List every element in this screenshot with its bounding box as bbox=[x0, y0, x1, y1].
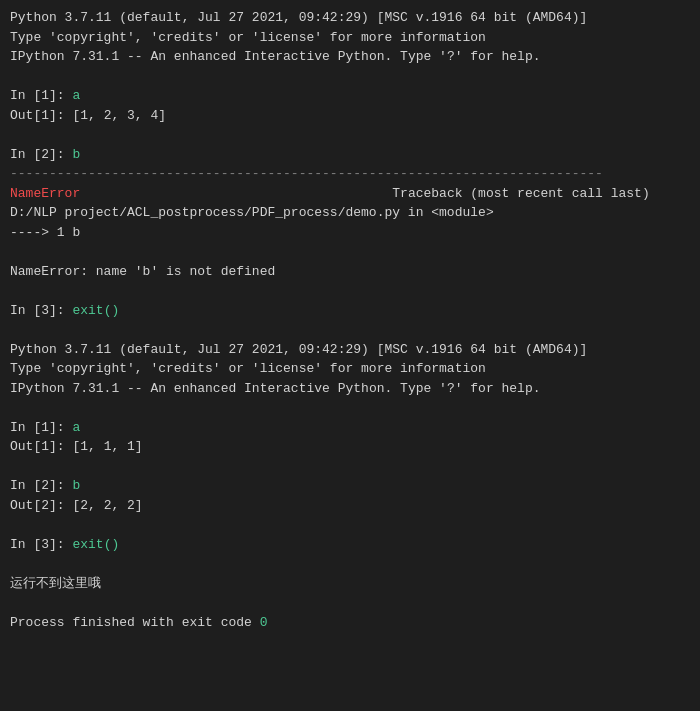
session1-header3: IPython 7.31.1 -- An enhanced Interactiv… bbox=[10, 47, 690, 67]
session2-header2: Type 'copyright', 'credits' or 'license'… bbox=[10, 359, 690, 379]
session2-out2: Out[2]: [2, 2, 2] bbox=[10, 496, 690, 516]
session2-header1: Python 3.7.11 (default, Jul 27 2021, 09:… bbox=[10, 340, 690, 360]
session2-in1: In [1]: a bbox=[10, 418, 690, 438]
session2-out2-value: [2, 2, 2] bbox=[72, 498, 142, 513]
terminal-output: Python 3.7.11 (default, Jul 27 2021, 09:… bbox=[10, 8, 690, 632]
session2-in1-input: a bbox=[72, 420, 80, 435]
session1-in2-input: b bbox=[72, 147, 80, 162]
session1-error-path: D:/NLP project/ACL_postprocess/PDF_proce… bbox=[10, 203, 690, 223]
footer-process: Process finished with exit code 0 bbox=[10, 613, 690, 633]
session2-in2: In [2]: b bbox=[10, 476, 690, 496]
session1-out1-prompt: Out[1]: bbox=[10, 108, 72, 123]
session2-in1-prompt: In [1]: bbox=[10, 420, 72, 435]
session2-out1-prompt: Out[1]: bbox=[10, 439, 72, 454]
session1-in1-prompt: In [1]: bbox=[10, 88, 72, 103]
session1-in2: In [2]: b bbox=[10, 145, 690, 165]
session1-error-arrow: ----> 1 b bbox=[10, 223, 690, 243]
session2-in2-input: b bbox=[72, 478, 80, 493]
session1-in1-input: a bbox=[72, 88, 80, 103]
session1-separator: ----------------------------------------… bbox=[10, 164, 690, 184]
session1-header2: Type 'copyright', 'credits' or 'license'… bbox=[10, 28, 690, 48]
session2-in3-prompt: In [3]: bbox=[10, 537, 72, 552]
session2-in3-input: exit() bbox=[72, 537, 119, 552]
session1-out1-value: [1, 2, 3, 4] bbox=[72, 108, 166, 123]
session1-in2-prompt: In [2]: bbox=[10, 147, 72, 162]
footer-exit-code: 0 bbox=[260, 615, 268, 630]
session2-in2-prompt: In [2]: bbox=[10, 478, 72, 493]
footer-process-label: Process finished with exit code bbox=[10, 615, 260, 630]
session1-error-header: NameError Traceback (most recent call la… bbox=[10, 184, 690, 204]
session1-in3: In [3]: exit() bbox=[10, 301, 690, 321]
session2-out2-prompt: Out[2]: bbox=[10, 498, 72, 513]
footer-chinese: 运行不到这里哦 bbox=[10, 574, 690, 594]
session1-out1: Out[1]: [1, 2, 3, 4] bbox=[10, 106, 690, 126]
session1-error-message: NameError: name 'b' is not defined bbox=[10, 262, 690, 282]
session1-in1: In [1]: a bbox=[10, 86, 690, 106]
session1-header1: Python 3.7.11 (default, Jul 27 2021, 09:… bbox=[10, 8, 690, 28]
session2-out1-value: [1, 1, 1] bbox=[72, 439, 142, 454]
session2-in3: In [3]: exit() bbox=[10, 535, 690, 555]
session1-in3-prompt: In [3]: bbox=[10, 303, 72, 318]
session2-header3: IPython 7.31.1 -- An enhanced Interactiv… bbox=[10, 379, 690, 399]
session2-out1: Out[1]: [1, 1, 1] bbox=[10, 437, 690, 457]
session1-in3-input: exit() bbox=[72, 303, 119, 318]
